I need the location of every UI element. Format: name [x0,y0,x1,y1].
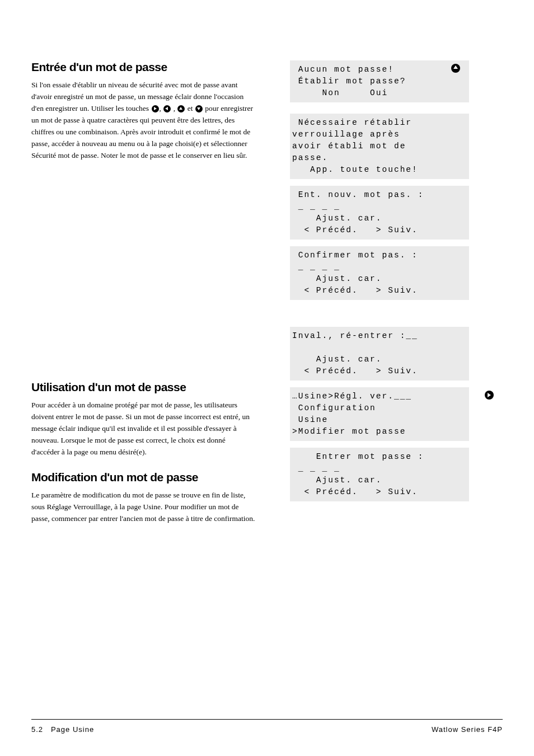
paragraph-entree: Si l'on essaie d'établir un niveau de sé… [31,79,255,161]
section-modification: Modification d'un mot de passe Le paramè… [31,471,255,525]
footer-right: Watlow Series F4P [432,725,503,734]
screen6-wrap: …Usine>Régl. ver.___ Configuration Usine… [290,387,469,441]
lcd-screen-1: Aucun mot passe! Établir mot passe? Non … [290,60,469,102]
lcd-screen-5: Inval., ré-entrer :__ Ajust. car. < Préc… [290,327,469,381]
left-arrow-icon [163,105,171,112]
side-icon-1 [451,64,465,73]
lcd-screen-4: Confirmer mot pas. : _ _ _ _ Ajust. car.… [290,246,469,300]
lcd-screen-3: Ent. nouv. mot pas. : _ _ _ _ Ajust. car… [290,186,469,240]
sep1: , [160,104,163,112]
heading-entree: Entrée d'un mot de passe [31,60,255,74]
content-area: Entrée d'un mot de passe Si l'on essaie … [31,60,503,711]
heading-utilisation: Utilisation d'un mot de passe [31,381,255,394]
up-arrow-icon [451,64,460,73]
heading-modification: Modification d'un mot de passe [31,471,255,484]
sep3: et [185,104,195,112]
lcd-screen-6: …Usine>Régl. ver.___ Configuration Usine… [290,387,469,441]
up-arrow-icon [177,105,185,112]
lcd-screen-7: Entrer mot passe : _ _ _ _ Ajust. car. <… [290,448,469,501]
paragraph-modification: Le paramètre de modification du mot de p… [31,490,255,525]
footer-page-title: Page Usine [51,725,94,734]
left-column: Entrée d'un mot de passe Si l'on essaie … [31,60,255,537]
section-utilisation: Utilisation d'un mot de passe Pour accéd… [31,381,255,458]
footer-page-number: 5.2 [31,725,43,734]
right-arrow-icon [485,391,494,400]
right-arrow-icon [152,105,159,112]
page-footer: 5.2 Page Usine Watlow Series F4P [31,719,503,734]
footer-left: 5.2 Page Usine [31,725,94,734]
spacer [290,307,469,327]
sep2: , [171,104,177,112]
spacer [31,173,255,381]
lcd-screen-2: Nécessaire rétablir verrouillage après a… [290,114,469,179]
side-icon-2 [485,391,498,400]
right-column: Aucun mot passe! Établir mot passe? Non … [290,60,469,508]
paragraph-utilisation: Pour accéder à un domaine protégé par mo… [31,400,255,458]
section-entree: Entrée d'un mot de passe Si l'on essaie … [31,60,255,161]
down-arrow-icon [195,105,203,112]
